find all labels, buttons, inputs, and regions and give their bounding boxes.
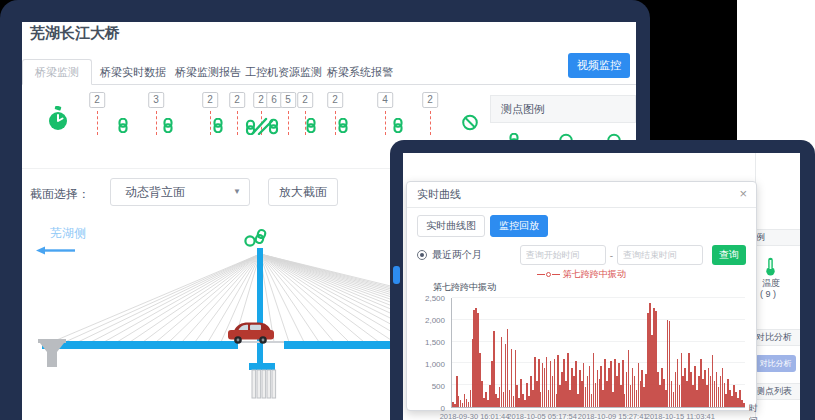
section-select-value: 动态背立面 <box>125 179 185 205</box>
point-list-header: 测点列表 <box>751 383 800 400</box>
sensor-drop-line <box>385 111 386 135</box>
tabs-divider <box>22 84 636 85</box>
bridge-tower <box>257 248 263 366</box>
recent-two-months-radio[interactable] <box>417 250 427 260</box>
query-start-time-input[interactable] <box>520 245 606 265</box>
sensor-count-badge: 2 <box>89 92 105 108</box>
chevron-down-icon: ▼ <box>233 179 241 205</box>
sensor-drop-line <box>237 111 238 135</box>
sensor-count-badge: 2 <box>422 92 438 108</box>
chain-link-icon[interactable] <box>213 118 224 137</box>
sensor-count-badge: 2 <box>229 92 245 108</box>
vibration-chart: 第七跨跨中振动 2,5002,0001,5001,0005000 2018-09… <box>417 281 746 420</box>
tab-bridge-system-alarm[interactable]: 桥梁系统报警 <box>327 65 393 80</box>
realtime-curve-dialog: 实时曲线 × 实时曲线图 监控回放 最近两个月 - 查询 <box>406 181 757 411</box>
gridline <box>452 341 745 342</box>
sensor-count-badge: 4 <box>377 92 393 108</box>
tower-footing <box>249 363 275 370</box>
legend-marker-icon <box>546 272 551 277</box>
sensor-count-badge: 2 <box>297 92 313 108</box>
y-axis-labels: 2,5002,0001,5001,0005000 <box>417 298 447 408</box>
chain-link-icon[interactable] <box>338 118 349 137</box>
tower-piles <box>252 370 276 398</box>
sensor-drop-line <box>156 111 157 135</box>
chart-title: 第七跨跨中振动 <box>433 281 746 294</box>
y-tick-label: 2,000 <box>425 316 445 325</box>
temperature-count: ( 9 ) <box>760 289 776 299</box>
tab-bridge-report[interactable]: 桥梁监测报告 <box>175 65 241 80</box>
expansion-joint-icon[interactable] <box>245 116 279 139</box>
section-select-dropdown[interactable]: 动态背立面 ▼ <box>110 178 250 206</box>
car <box>228 323 274 344</box>
tab-bridge-monitoring[interactable]: 桥梁监测 <box>22 59 92 85</box>
x-tick-label: 2018-10-05 05:17:54 <box>507 412 577 420</box>
chain-link-icon[interactable] <box>306 118 317 137</box>
chain-link-icon[interactable] <box>118 118 129 137</box>
tab-monitor-playback[interactable]: 监控回放 <box>490 215 548 237</box>
legend-series-label: 第七跨跨中振动 <box>563 269 626 279</box>
sensor-drop-line <box>430 111 431 135</box>
sensor-drop-line <box>335 111 336 135</box>
video-monitoring-button[interactable]: 视频监控 <box>568 53 630 78</box>
gridline <box>452 319 745 320</box>
stopwatch-icon[interactable] <box>47 106 69 136</box>
no-entry-icon[interactable] <box>462 114 479 135</box>
overlay-window-frame: 例 温度 ( 9 ) 对比分析 对比分析 测点列表 实时曲线 × 实时曲线图 <box>390 140 815 420</box>
sensor-count-badge: 5 <box>280 92 296 108</box>
sensor-drop-line <box>97 111 98 135</box>
x-axis-labels: 2018-09-30 16:01:442018-10-05 05:17:5420… <box>451 412 745 420</box>
x-axis-title: 时间 <box>749 402 758 420</box>
y-tick-label: 1,000 <box>425 360 445 369</box>
backdrop-white <box>737 0 815 140</box>
y-tick-label: 500 <box>432 382 445 391</box>
query-end-time-input[interactable] <box>617 245 703 265</box>
enlarge-section-button[interactable]: 放大截面 <box>268 178 338 206</box>
sensor-drop-line <box>210 111 211 135</box>
tower-top-sensor-icons <box>245 229 266 246</box>
compare-analysis-header: 对比分析 <box>751 329 800 346</box>
x-tick-label: 2018-09-30 16:01:44 <box>440 412 510 420</box>
tab-realtime-curve[interactable]: 实时曲线图 <box>417 215 485 237</box>
x-tick-label: 2018-10-09 15:27:41 <box>578 412 648 420</box>
x-tick-label: 2018-10-15 11:03:41 <box>646 412 715 420</box>
tab-ipc-resource-monitoring[interactable]: 工控机资源监测 <box>245 65 322 80</box>
bridge-deck-left <box>42 341 238 349</box>
overlay-window: 例 温度 ( 9 ) 对比分析 对比分析 测点列表 实时曲线 × 实时曲线图 <box>403 153 800 420</box>
chart-legend[interactable]: 第七跨跨中振动 <box>417 268 746 280</box>
gridline <box>452 297 745 298</box>
screenshot-stage: 芜湖长江大桥 桥梁监测 桥梁实时数据 桥梁监测报告 工控机资源监测 桥梁系统报警… <box>0 0 815 420</box>
sensor-drop-line <box>288 111 289 135</box>
close-icon[interactable]: × <box>739 186 747 202</box>
sensor-count-badge: 2 <box>202 92 218 108</box>
range-separator: - <box>610 250 613 261</box>
section-select-label: 截面选择： <box>30 186 90 203</box>
chain-link-icon[interactable] <box>163 118 174 137</box>
sensor-count-badge: 2 <box>327 92 343 108</box>
dialog-tabs: 实时曲线图 监控回放 <box>417 215 746 237</box>
radio-label: 最近两个月 <box>432 248 482 262</box>
sensor-count-badge: 3 <box>148 92 164 108</box>
dialog-title: 实时曲线 <box>407 182 756 208</box>
compare-analysis-button[interactable]: 对比分析 <box>755 355 796 372</box>
chain-link-icon[interactable] <box>393 118 404 137</box>
tab-bridge-realtime-data[interactable]: 桥梁实时数据 <box>100 65 166 80</box>
y-tick-label: 2,500 <box>425 294 445 303</box>
query-button[interactable]: 查询 <box>712 245 746 265</box>
legend-panel-title: 测点图例 <box>490 95 636 123</box>
legend-panel-header-fragment: 例 <box>751 229 800 246</box>
page-title: 芜湖长江大桥 <box>30 24 120 43</box>
left-pier <box>38 339 66 367</box>
chart-plot <box>451 298 745 408</box>
y-tick-label: 1,500 <box>425 338 445 347</box>
scrollbar-thumb[interactable] <box>393 266 400 284</box>
chart-bar <box>743 403 745 407</box>
